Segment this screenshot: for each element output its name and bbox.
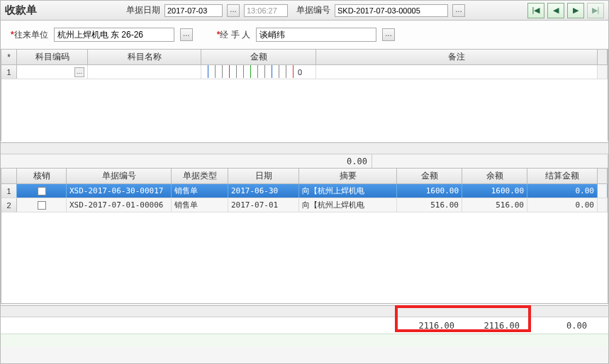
nav-next-button[interactable]: ▶: [567, 3, 584, 18]
cell-type: 销售单: [172, 198, 228, 212]
checkbox[interactable]: [38, 187, 46, 195]
handler-input[interactable]: [256, 28, 376, 42]
amount-value: 0: [294, 68, 302, 76]
cell-type: 销售单: [172, 184, 228, 198]
cell-amount: 516.00: [397, 198, 462, 212]
col2-settle[interactable]: 结算金额: [527, 169, 598, 183]
form-row: *往来单位 … *经 手 人 …: [1, 21, 608, 49]
partner-lookup-button[interactable]: …: [180, 28, 193, 41]
cell-summary: 向【杭州上焊机电: [299, 198, 397, 212]
bill-date-input[interactable]: [164, 4, 223, 17]
bill-no-label: 单据编号: [296, 4, 330, 16]
grid1-scrollbar[interactable]: [1, 142, 608, 154]
verify-grid-body: 1 XSD-2017-06-30-00017 销售单 2017-06-30 向【…: [1, 184, 608, 303]
nav-last-button[interactable]: ▶|: [587, 3, 604, 18]
bill-no-input[interactable]: [335, 4, 448, 17]
cell-no: XSD-2017-06-30-00017: [67, 184, 172, 198]
sum-settle: 0.00: [527, 321, 594, 331]
grid1-total-row: 0.00: [1, 154, 608, 168]
page-title: 收款单: [5, 4, 37, 17]
nav-prev-button[interactable]: ◀: [547, 3, 564, 18]
col-amount[interactable]: 金额: [201, 50, 316, 64]
handler-lookup-button[interactable]: …: [382, 28, 395, 41]
row-number: 2: [1, 198, 17, 212]
verify-grid: 核销 单据编号 单据类型 日期 摘要 金额 余额 结算金额 1 XSD-2017…: [1, 168, 608, 304]
row-number: 1: [1, 184, 17, 198]
grid2-scrollbar[interactable]: [1, 305, 608, 317]
partner-label: *往来单位: [11, 29, 48, 41]
bill-time-input[interactable]: [244, 4, 288, 17]
subject-grid: * 科目编码 科目名称 金额 备注 1 … 0: [1, 49, 608, 141]
sum-amount: 2116.00: [396, 321, 462, 331]
col2-amount[interactable]: 金额: [397, 169, 462, 183]
row-number: 1: [1, 65, 17, 79]
subject-grid-header: * 科目编码 科目名称 金额 备注: [1, 50, 608, 65]
titlebar: 收款单 单据日期 … 单据编号 … |◀ ◀ ▶ ▶|: [1, 1, 608, 21]
col2-no[interactable]: 单据编号: [67, 169, 172, 183]
checkbox[interactable]: [38, 201, 46, 210]
cell-amount: 1600.00: [397, 184, 462, 198]
table-row[interactable]: 1 … 0: [1, 65, 608, 79]
col2-date[interactable]: 日期: [228, 169, 299, 183]
col2-summary[interactable]: 摘要: [299, 169, 397, 183]
col2-hx[interactable]: 核销: [17, 169, 67, 183]
col-name[interactable]: 科目名称: [88, 50, 201, 64]
subject-grid-body: 1 … 0: [1, 65, 608, 142]
cell-remark[interactable]: [316, 65, 598, 79]
nav-buttons: |◀ ◀ ▶ ▶|: [527, 3, 604, 18]
cell-code[interactable]: …: [17, 65, 88, 79]
cell-date: 2017-07-01: [228, 198, 299, 212]
code-lookup-button[interactable]: …: [74, 67, 84, 77]
table-row[interactable]: 1 XSD-2017-06-30-00017 销售单 2017-06-30 向【…: [1, 184, 608, 198]
cell-hx[interactable]: [17, 184, 67, 198]
verify-grid-header: 核销 单据编号 单据类型 日期 摘要 金额 余额 结算金额: [1, 169, 608, 184]
col2-type[interactable]: 单据类型: [172, 169, 228, 183]
col2-balance[interactable]: 余额: [462, 169, 527, 183]
cell-name[interactable]: [88, 65, 201, 79]
col-remark[interactable]: 备注: [316, 50, 598, 64]
footer-totals: 2116.00 2116.00 0.00: [1, 317, 608, 334]
cell-settle: 0.00: [527, 184, 598, 198]
scrollbar-stub: [598, 50, 608, 64]
grid1-total-amount: 0.00: [315, 154, 372, 168]
amount-ruler: [201, 65, 294, 79]
cell-amount[interactable]: 0: [201, 65, 316, 79]
cell-hx[interactable]: [17, 198, 67, 212]
table-row[interactable]: 2 XSD-2017-07-01-00006 销售单 2017-07-01 向【…: [1, 198, 608, 212]
partner-input[interactable]: [54, 28, 174, 42]
cell-balance: 516.00: [462, 198, 527, 212]
footer-wrap: 2116.00 2116.00 0.00: [1, 317, 608, 334]
cell-balance: 1600.00: [462, 184, 527, 198]
handler-label: *经 手 人: [217, 29, 250, 41]
cell-date: 2017-06-30: [228, 184, 299, 198]
bill-date-label: 单据日期: [126, 4, 160, 16]
cell-summary: 向【杭州上焊机电: [299, 184, 397, 198]
sum-balance: 2116.00: [462, 321, 527, 331]
col-idx: *: [1, 50, 17, 64]
col-code[interactable]: 科目编码: [17, 50, 88, 64]
footer-hint: [1, 334, 608, 346]
cell-settle: 0.00: [527, 198, 598, 212]
bill-date-picker-button[interactable]: …: [227, 4, 240, 17]
col2-idx: [1, 169, 17, 183]
cell-no: XSD-2017-07-01-00006: [67, 198, 172, 212]
bill-no-lookup-button[interactable]: …: [452, 4, 465, 17]
nav-first-button[interactable]: |◀: [527, 3, 544, 18]
